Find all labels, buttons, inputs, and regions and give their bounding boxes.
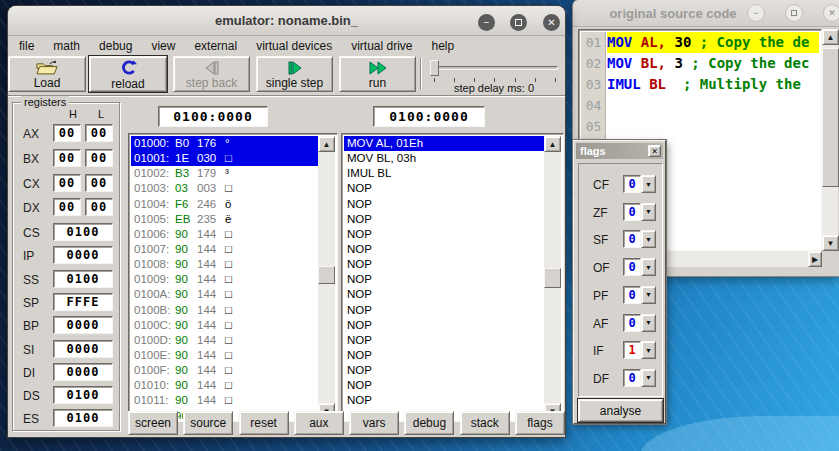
flag-CF-combo[interactable]: 0▼ [623,175,656,193]
memory-row[interactable]: 01010:90144□ [131,378,318,393]
reset-button[interactable]: reset [239,411,289,435]
maximize-icon[interactable] [510,14,527,31]
chevron-down-icon[interactable]: ▼ [641,286,656,304]
chevron-down-icon[interactable]: ▼ [641,230,656,248]
disasm-row[interactable]: NOP [344,212,544,227]
source-button[interactable]: source [183,411,233,435]
register-DI-field[interactable]: 0000 [53,363,113,381]
memory-row[interactable]: 01007:90144□ [131,242,318,257]
flag-PF-combo[interactable]: 0▼ [623,286,656,304]
menu-item-virtual-drive[interactable]: virtual drive [345,38,418,54]
register-BX-l-field[interactable]: 00 [85,149,113,167]
vars-button[interactable]: vars [349,411,399,435]
flags-titlebar[interactable]: flags ✕ [576,143,663,159]
flag-OF-combo[interactable]: 0▼ [623,258,656,276]
register-ES-field[interactable]: 0100 [53,409,113,427]
maximize-icon[interactable] [786,5,802,21]
source-line[interactable]: IMUL BL ; Multiply the [607,74,819,95]
scroll-up-icon[interactable]: ▲ [822,29,839,45]
disasm-row[interactable]: NOP [344,257,544,272]
memory-row[interactable]: 01003:03003□ [131,181,318,196]
chevron-down-icon[interactable]: ▼ [641,314,656,332]
memory-row[interactable]: 0100B:90144□ [131,303,318,318]
scroll-up-icon[interactable]: ▲ [318,136,335,152]
scroll-right-icon[interactable]: ▶ [808,251,822,267]
memory-row[interactable]: 01001:1E030□ [131,151,318,166]
minimize-icon[interactable]: − [748,5,764,21]
memory-row[interactable]: 01011:90144□ [131,393,318,408]
flag-IF-combo[interactable]: 1▼ [623,341,656,359]
flag-ZF-combo[interactable]: 0▼ [623,203,656,221]
register-CS-field[interactable]: 0100 [53,223,113,241]
memory-row[interactable]: 01009:90144□ [131,272,318,287]
menu-item-external[interactable]: external [188,38,243,54]
disasm-row[interactable]: NOP [344,348,544,363]
register-BX-h-field[interactable]: 00 [53,149,81,167]
Load-button[interactable]: Load [8,56,86,92]
menu-item-help[interactable]: help [426,38,461,54]
disasm-row[interactable]: IMUL BL [344,166,544,181]
run-button[interactable]: run [339,56,416,92]
flag-DF-combo[interactable]: 0▼ [623,369,656,387]
aux-button[interactable]: aux [294,411,344,435]
disasm-row[interactable]: NOP [344,378,544,393]
menu-item-file[interactable]: file [13,38,40,54]
flags-button[interactable]: flags [515,411,565,435]
screen-button[interactable]: screen [128,411,178,435]
memory-row[interactable]: 01005:EB235ë [131,212,318,227]
source-vertical-scrollbar[interactable]: ▲ ▼ [822,29,838,251]
disasm-row[interactable]: MOV BL, 03h [344,151,544,166]
slider-thumb[interactable] [430,60,439,76]
close-icon[interactable]: ✕ [543,14,560,31]
register-SS-field[interactable]: 0100 [53,270,113,288]
single-step-button[interactable]: single step [256,56,333,92]
disasm-row[interactable]: MOV AL, 01Eh [344,136,544,151]
register-DS-field[interactable]: 0100 [53,386,113,404]
emulator-titlebar[interactable]: emulator: noname.bin_ − ✕ [8,6,565,36]
memory-row[interactable]: 0100A:90144□ [131,287,318,302]
close-icon[interactable]: ✕ [824,5,839,21]
register-AX-l-field[interactable]: 00 [85,124,113,142]
disasm-row[interactable]: NOP [344,181,544,196]
scroll-down-icon[interactable]: ▼ [822,235,839,251]
scrollbar-thumb[interactable] [544,268,561,288]
menu-item-math[interactable]: math [47,38,86,54]
memory-row[interactable]: 01000:B0176° [131,136,318,151]
disasm-row[interactable]: NOP [344,393,544,408]
memory-row[interactable]: 01008:90144□ [131,257,318,272]
source-line[interactable] [607,95,819,116]
register-DX-l-field[interactable]: 00 [85,198,113,216]
source-line[interactable]: MOV AL, 30 ; Copy the de [607,32,819,53]
memory-row[interactable]: 01004:F6246ö [131,197,318,212]
disasm-row[interactable]: NOP [344,227,544,242]
menu-item-debug[interactable]: debug [93,38,138,54]
register-CX-l-field[interactable]: 00 [85,174,113,192]
source-line[interactable] [607,116,819,137]
source-window-titlebar[interactable]: original source code − ✕ [573,0,839,27]
memory-row[interactable]: 0100F:90144□ [131,363,318,378]
chevron-down-icon[interactable]: ▼ [641,203,656,221]
scrollbar-thumb[interactable] [318,266,335,284]
chevron-down-icon[interactable]: ▼ [641,258,656,276]
stack-button[interactable]: stack [460,411,510,435]
memory-row[interactable]: 01006:90144□ [131,227,318,242]
memory-row[interactable]: 01002:B3179³ [131,166,318,181]
disasm-row[interactable]: NOP [344,272,544,287]
register-BP-field[interactable]: 0000 [53,316,113,334]
chevron-down-icon[interactable]: ▼ [641,341,656,359]
disasm-row[interactable]: NOP [344,333,544,348]
register-SP-field[interactable]: FFFE [53,293,113,311]
scrollbar-thumb[interactable] [822,48,839,187]
register-IP-field[interactable]: 0000 [53,246,113,264]
disasm-row[interactable]: NOP [344,287,544,302]
chevron-down-icon[interactable]: ▼ [641,369,656,387]
disasm-row[interactable]: NOP [344,242,544,257]
register-AX-h-field[interactable]: 00 [53,124,81,142]
memory-address-field[interactable]: 0100:0000 [158,106,268,127]
flag-SF-combo[interactable]: 0▼ [623,230,656,248]
chevron-down-icon[interactable]: ▼ [641,175,656,193]
disasm-scrollbar[interactable]: ▲ ▼ [544,136,561,419]
disasm-address-field[interactable]: 0100:0000 [373,106,485,127]
flag-AF-combo[interactable]: 0▼ [623,314,656,332]
disasm-row[interactable]: NOP [344,318,544,333]
